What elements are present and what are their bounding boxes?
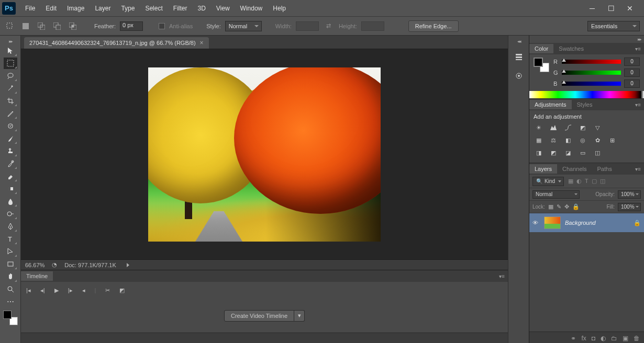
photo-filter-icon[interactable]: ◎: [578, 135, 588, 145]
pen-tool-icon[interactable]: [4, 221, 17, 232]
expand-dock-icon[interactable]: ◂◂: [517, 39, 520, 44]
mute-icon[interactable]: ◂: [82, 287, 85, 294]
lock-all-icon[interactable]: 🔒: [572, 203, 580, 210]
fill-input[interactable]: 100%: [618, 203, 641, 211]
feather-input[interactable]: 0 px: [120, 21, 143, 31]
styles-tab[interactable]: Styles: [572, 100, 598, 109]
crop-tool-icon[interactable]: [4, 95, 17, 107]
history-panel-icon[interactable]: [513, 51, 525, 63]
create-video-timeline-button[interactable]: Create Video Timeline: [224, 310, 294, 322]
menu-file[interactable]: File: [20, 3, 40, 14]
menu-type[interactable]: Type: [116, 3, 140, 14]
filter-pixel-icon[interactable]: ▦: [568, 178, 573, 185]
workspace-dropdown[interactable]: Essentials: [587, 21, 640, 31]
transition-icon[interactable]: ◩: [119, 287, 125, 294]
new-group-icon[interactable]: 🗀: [611, 335, 617, 342]
blend-mode-dropdown[interactable]: Normal: [532, 190, 580, 199]
selective-color-icon[interactable]: ◫: [592, 148, 603, 157]
collapse-tools-icon[interactable]: ▸▸: [9, 39, 12, 44]
next-frame-icon[interactable]: |▸: [68, 287, 73, 294]
filter-shape-icon[interactable]: ▢: [592, 178, 597, 185]
style-dropdown[interactable]: Normal: [225, 21, 262, 31]
doc-info-chevron-icon[interactable]: [127, 263, 129, 267]
document-tab[interactable]: 270431_460864490632324_769613719_n.jpg @…: [24, 37, 209, 49]
new-layer-icon[interactable]: ▣: [623, 335, 628, 342]
layers-panel-menu-icon[interactable]: ▾≡: [632, 166, 644, 172]
foreground-background-swatches[interactable]: [3, 311, 18, 325]
lock-transparency-icon[interactable]: ▦: [548, 203, 553, 210]
menu-filter[interactable]: Filter: [168, 3, 193, 14]
type-tool-icon[interactable]: T: [4, 233, 17, 245]
delete-layer-icon[interactable]: 🗑: [634, 335, 640, 342]
color-panel-swatches[interactable]: [534, 58, 549, 72]
black-white-icon[interactable]: ◧: [563, 135, 573, 145]
color-fg-swatch[interactable]: [534, 58, 543, 67]
channel-mixer-icon[interactable]: ✿: [592, 135, 603, 145]
color-panel-menu-icon[interactable]: ▾≡: [632, 46, 644, 52]
dodge-tool-icon[interactable]: [4, 208, 17, 220]
layers-empty-area[interactable]: [529, 232, 644, 331]
curves-icon[interactable]: [563, 123, 573, 132]
levels-icon[interactable]: [548, 123, 559, 132]
r-value[interactable]: 0: [624, 58, 640, 66]
b-value[interactable]: 0: [624, 79, 640, 88]
vibrance-icon[interactable]: ▽: [592, 123, 603, 132]
brightness-contrast-icon[interactable]: ☀: [534, 123, 544, 132]
eraser-tool-icon[interactable]: [4, 170, 17, 182]
play-icon[interactable]: ▶: [54, 287, 59, 294]
color-tab[interactable]: Color: [529, 44, 553, 53]
properties-panel-icon[interactable]: [513, 70, 525, 82]
g-value[interactable]: 0: [624, 68, 640, 77]
split-clip-icon[interactable]: ✂: [105, 287, 110, 294]
lock-pixels-icon[interactable]: ✎: [557, 203, 561, 210]
antialias-checkbox[interactable]: [159, 23, 165, 29]
magic-wand-tool-icon[interactable]: [4, 83, 17, 94]
edit-toolbar-icon[interactable]: ⋯: [4, 296, 17, 307]
menu-image[interactable]: Image: [62, 3, 90, 14]
path-selection-tool-icon[interactable]: [4, 246, 17, 257]
healing-brush-tool-icon[interactable]: [4, 120, 17, 132]
brush-tool-icon[interactable]: [4, 133, 17, 144]
menu-select[interactable]: Select: [140, 3, 168, 14]
lock-position-icon[interactable]: ✥: [564, 203, 569, 210]
hue-saturation-icon[interactable]: ▦: [534, 135, 544, 145]
clone-stamp-tool-icon[interactable]: [4, 145, 17, 157]
create-timeline-dropdown-icon[interactable]: ▾: [294, 310, 305, 322]
menu-3d[interactable]: 3D: [192, 3, 210, 14]
layer-lock-icon[interactable]: 🔒: [634, 220, 641, 226]
swatches-tab[interactable]: Swatches: [553, 44, 589, 53]
blur-tool-icon[interactable]: [4, 196, 17, 207]
posterize-icon[interactable]: ◩: [548, 148, 559, 157]
refine-edge-button[interactable]: Refine Edge...: [408, 20, 459, 32]
r-slider[interactable]: [562, 60, 621, 64]
app-logo[interactable]: Ps: [2, 2, 16, 15]
menu-edit[interactable]: Edit: [40, 3, 62, 14]
adjustments-tab[interactable]: Adjustments: [529, 100, 572, 109]
lasso-tool-icon[interactable]: [4, 70, 17, 82]
new-selection-icon[interactable]: [20, 20, 31, 32]
doc-info-icon[interactable]: ◔: [52, 261, 57, 268]
link-layers-icon[interactable]: ⚭: [571, 335, 576, 342]
layers-tab[interactable]: Layers: [529, 164, 557, 174]
subtract-selection-icon[interactable]: [51, 20, 63, 32]
layer-row[interactable]: 👁 Background 🔒: [529, 213, 644, 232]
menu-help[interactable]: Help: [268, 3, 291, 14]
prev-frame-icon[interactable]: ◂|: [40, 287, 45, 294]
eyedropper-tool-icon[interactable]: [4, 108, 17, 119]
threshold-icon[interactable]: ◪: [563, 148, 573, 157]
intersect-selection-icon[interactable]: [67, 20, 79, 32]
timeline-tab[interactable]: Timeline: [21, 271, 53, 281]
zoom-tool-icon[interactable]: [4, 283, 17, 295]
layer-name[interactable]: Background: [565, 220, 596, 226]
exposure-icon[interactable]: ◩: [578, 123, 588, 132]
go-to-first-frame-icon[interactable]: |◂: [26, 287, 31, 294]
canvas[interactable]: [21, 49, 508, 259]
paths-tab[interactable]: Paths: [592, 164, 617, 174]
maximize-icon[interactable]: ☐: [606, 5, 616, 12]
layer-thumbnail[interactable]: [544, 216, 561, 229]
add-mask-icon[interactable]: ◘: [592, 335, 595, 342]
menu-window[interactable]: Window: [235, 3, 268, 14]
color-spectrum[interactable]: [529, 91, 644, 98]
history-brush-tool-icon[interactable]: [4, 158, 17, 169]
gradient-tool-icon[interactable]: [4, 183, 17, 195]
